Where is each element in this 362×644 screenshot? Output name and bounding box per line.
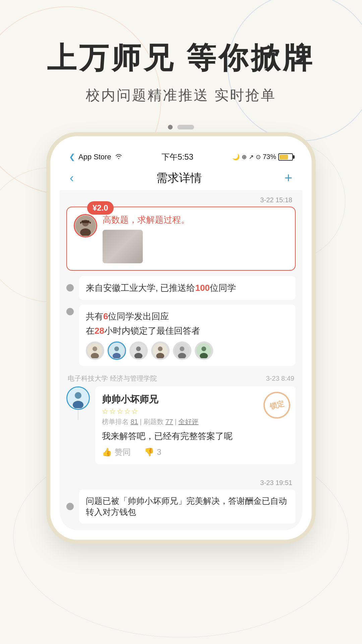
- answer-stats: 榜单排名 81 | 刷题数 77 | 全好评: [102, 417, 289, 426]
- clock-icon: ⊙: [256, 153, 261, 161]
- nav-back-button[interactable]: ‹: [70, 171, 74, 185]
- svg-rect-10: [89, 222, 91, 224]
- response-line1: 共有6位同学发出回应: [86, 311, 289, 322]
- info-row-1: 来自安徽工业大学, 已推送给100位同学: [66, 276, 296, 300]
- respondent-avatar-6: [195, 341, 213, 360]
- final-info-row: 问题已被「帅帅小坏师兄」完美解决，答谢酬金已自动转入对方钱包: [66, 489, 296, 530]
- pagination-dot-active: [168, 125, 173, 129]
- phone-mockup: ❮ App Store 下午5:53 🌙 ⊕ ↗ ⊙: [50, 125, 312, 540]
- answer-username: 帅帅小坏师兄: [102, 393, 289, 406]
- answer-row: 帅帅小坏师兄 ☆☆☆☆☆ 榜单排名 81 | 刷题数 77 | 全好评 锁定: [66, 386, 296, 469]
- school-divider: 电子科技大学 经济与管理学院 3-23 8:49: [66, 371, 296, 386]
- app-store-label: App Store: [78, 153, 111, 161]
- svg-point-18: [136, 346, 141, 351]
- question-card: ¥2.0: [66, 207, 296, 271]
- question-image: [103, 230, 143, 263]
- status-right: 🌙 ⊕ ↗ ⊙ 73%: [232, 153, 293, 161]
- answer-timestamp: 3-23 8:49: [266, 375, 294, 382]
- dislike-count: 3: [157, 447, 161, 457]
- final-card: 问题已被「帅帅小坏师兄」完美解决，答谢酬金已自动转入对方钱包: [79, 489, 296, 524]
- svg-point-30: [75, 392, 81, 399]
- answer-avatar: [66, 386, 90, 410]
- info1-suffix: 位同学: [210, 283, 236, 293]
- svg-rect-9: [80, 222, 81, 224]
- answer-actions: 👍 赞同 👎 3: [102, 447, 289, 458]
- nav-plus-button[interactable]: +: [285, 170, 292, 185]
- pagination-pill: [177, 125, 194, 129]
- timeline-dot-final: [66, 503, 74, 510]
- respondent-avatar-4: [151, 341, 170, 360]
- status-left: ❮ App Store: [69, 153, 123, 161]
- info-card-1: 来自安徽工业大学, 已推送给100位同学: [79, 276, 296, 300]
- info1-highlight: 100: [195, 283, 209, 293]
- timeline-connector: [78, 410, 78, 420]
- content-area: 3-22 15:18 ¥2.0: [60, 191, 302, 530]
- header-section: 上万师兄 等你掀牌 校内问题精准推送 实时抢单: [0, 0, 362, 105]
- dislike-icon: 👎: [144, 447, 154, 457]
- svg-point-21: [158, 346, 163, 351]
- svg-point-15: [114, 346, 119, 351]
- answer-content: 我来解答吧，已经有完整答案了呢: [102, 430, 289, 442]
- header-subtitle: 校内问题精准推送 实时抢单: [0, 86, 362, 105]
- timeline-dot-2: [66, 308, 74, 315]
- like-label: 赞同: [115, 447, 131, 458]
- final-timestamp: 3-23 19:51: [66, 474, 296, 489]
- timeline-dot-1: [66, 284, 74, 291]
- final-text: 问题已被「帅帅小坏师兄」完美解决，答谢酬金已自动转入对方钱包: [86, 496, 287, 517]
- price-badge: ¥2.0: [87, 201, 114, 215]
- location-icon: ⊕: [242, 153, 247, 161]
- respondent-avatar-2: [108, 341, 126, 360]
- like-icon: 👍: [102, 447, 112, 457]
- info1-prefix: 来自安徽工业大学, 已推送给: [86, 283, 195, 293]
- like-button[interactable]: 👍 赞同: [102, 447, 131, 458]
- battery-percent: 73%: [263, 153, 276, 161]
- header-title: 上万师兄 等你掀牌: [0, 40, 362, 76]
- info-row-2: 共有6位同学发出回应 在28小时内锁定了最佳回答者: [66, 305, 296, 366]
- question-text: 高数题，求解题过程。: [103, 214, 288, 226]
- answer-header: 帅帅小坏师兄 ☆☆☆☆☆ 榜单排名 81 | 刷题数 77 | 全好评: [102, 393, 289, 426]
- phone-screen: ❮ App Store 下午5:53 🌙 ⊕ ↗ ⊙: [60, 146, 302, 530]
- respondent-avatar-5: [173, 341, 191, 360]
- response-card: 共有6位同学发出回应 在28小时内锁定了最佳回答者: [79, 305, 296, 366]
- back-arrow-icon: ❮: [69, 153, 75, 161]
- answer-card: 帅帅小坏师兄 ☆☆☆☆☆ 榜单排名 81 | 刷题数 77 | 全好评 锁定: [95, 386, 296, 464]
- battery-icon: [278, 153, 293, 161]
- nav-bar: ‹ 需求详情 +: [60, 166, 302, 191]
- respondent-avatars: [86, 341, 289, 360]
- arrow-icon: ↗: [249, 153, 254, 161]
- school-name: 电子科技大学 经济与管理学院: [68, 374, 157, 383]
- phone-outer: ❮ App Store 下午5:53 🌙 ⊕ ↗ ⊙: [50, 136, 312, 540]
- answer-stars: ☆☆☆☆☆: [102, 407, 289, 416]
- response-line2: 在28小时内锁定了最佳回答者: [86, 325, 289, 337]
- answer-user-info: 帅帅小坏师兄 ☆☆☆☆☆ 榜单排名 81 | 刷题数 77 | 全好评: [102, 393, 289, 426]
- moon-icon: 🌙: [232, 153, 240, 161]
- respondent-avatar-3: [129, 341, 148, 360]
- user-avatar: [74, 214, 97, 237]
- svg-point-24: [180, 346, 184, 351]
- svg-point-27: [201, 346, 206, 351]
- svg-rect-8: [81, 220, 89, 223]
- respondent-avatar-1: [86, 341, 104, 360]
- wifi-icon: [115, 153, 123, 161]
- dislike-button[interactable]: 👎 3: [144, 447, 161, 457]
- status-time: 下午5:53: [162, 152, 193, 162]
- status-bar: ❮ App Store 下午5:53 🌙 ⊕ ↗ ⊙: [60, 146, 302, 166]
- svg-point-12: [93, 346, 97, 351]
- nav-title: 需求详情: [156, 170, 202, 186]
